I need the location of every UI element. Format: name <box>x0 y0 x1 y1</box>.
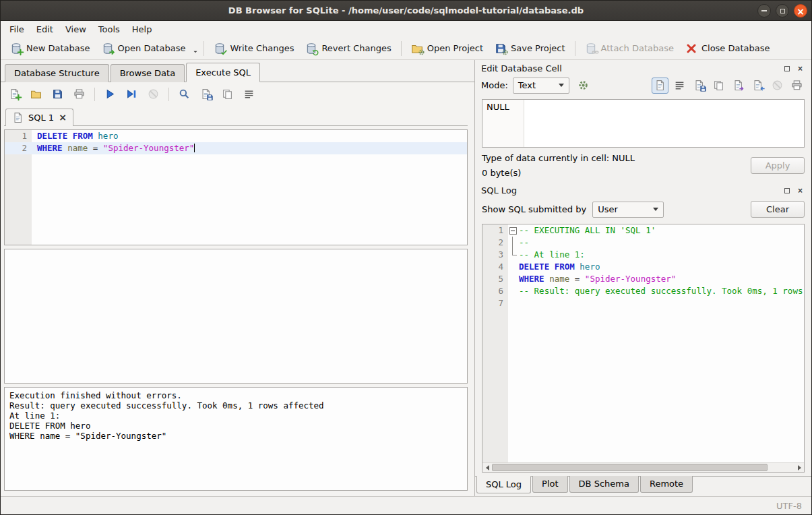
close-database-icon <box>685 42 697 55</box>
write-changes-button[interactable]: Write Changes <box>208 39 299 58</box>
code-line[interactable]: 6-- Result: query executed successfully.… <box>482 285 804 297</box>
sql-code-editor[interactable]: 1DELETE FROM hero2WHERE name = "Spider-Y… <box>4 129 468 245</box>
open-project-button[interactable]: Open Project <box>406 39 489 58</box>
save-results-button[interactable] <box>197 86 215 102</box>
open-database-button[interactable]: Open Database <box>96 39 191 58</box>
tab-execute-sql[interactable]: Execute SQL <box>186 63 260 82</box>
line-number: 2 <box>5 142 32 154</box>
cell-text-area[interactable] <box>524 100 804 147</box>
cell-word-wrap-button[interactable] <box>671 78 688 94</box>
execution-messages[interactable]: Execution finished without errors.Result… <box>4 387 468 491</box>
cell-type-info: Type of data currently in cell: NULL <box>482 153 751 163</box>
code-line[interactable]: 1-- EXECUTING ALL IN 'SQL 1' <box>482 224 804 237</box>
print-button[interactable] <box>70 86 88 102</box>
fold-marker <box>508 273 518 285</box>
word-wrap-button[interactable] <box>240 86 258 102</box>
open-sql-file-icon <box>30 88 42 100</box>
code-line[interactable]: 2WHERE name = "Spider-Youngster" <box>5 142 467 154</box>
left-arrow-icon <box>486 465 489 471</box>
code-line[interactable]: 4DELETE FROM hero <box>482 261 804 273</box>
float-panel-button[interactable] <box>782 63 792 73</box>
save-sql-file-button[interactable] <box>49 86 67 102</box>
code-token: = <box>569 274 585 284</box>
message-line: Result: query executed successfully. Too… <box>9 400 462 411</box>
find-button[interactable] <box>175 86 193 102</box>
float-panel-button[interactable] <box>782 185 792 195</box>
menu-edit[interactable]: Edit <box>30 22 59 36</box>
revert-changes-button[interactable]: Revert Changes <box>300 39 396 58</box>
sql-log-view[interactable]: 1-- EXECUTING ALL IN 'SQL 1'2--3-- At li… <box>482 224 805 473</box>
tab-sql-log[interactable]: SQL Log <box>476 476 531 493</box>
submitter-select[interactable]: User <box>592 202 664 218</box>
auto-refresh-button[interactable] <box>574 77 592 94</box>
toolbar-separator <box>401 41 402 56</box>
close-tab-icon[interactable] <box>59 113 67 123</box>
maximize-icon <box>780 9 785 13</box>
set-null-button[interactable] <box>769 78 786 94</box>
copy-results-button[interactable] <box>218 86 237 102</box>
code-line[interactable]: 5WHERE name = "Spider-Youngster" <box>482 273 804 285</box>
scrollbar-thumb[interactable] <box>492 464 768 471</box>
menu-view[interactable]: View <box>59 22 92 36</box>
encoding-indicator[interactable]: UTF-8 <box>776 501 802 511</box>
tab-browse-data[interactable]: Browse Data <box>111 64 185 82</box>
code-line[interactable]: 7 <box>482 297 804 309</box>
menu-tools[interactable]: Tools <box>92 22 126 36</box>
open-database-label: Open Database <box>118 43 186 53</box>
print-cell-button[interactable] <box>788 78 805 94</box>
execute-all-button[interactable] <box>101 86 119 102</box>
text-cursor <box>194 144 195 152</box>
text-view-button[interactable] <box>652 78 668 94</box>
apply-button[interactable]: Apply <box>751 157 805 174</box>
title-bar[interactable]: DB Browser for SQLite - /home/user/code/… <box>1 1 811 21</box>
cell-info: Type of data currently in cell: NULL 0 b… <box>482 153 751 178</box>
set-null-icon <box>772 80 783 91</box>
close-panel-button[interactable] <box>795 63 805 73</box>
tab-plot[interactable]: Plot <box>532 476 568 493</box>
minimize-button[interactable] <box>757 4 771 18</box>
close-panel-button[interactable] <box>795 185 805 195</box>
new-database-button[interactable]: New Database <box>5 39 96 58</box>
close-database-button[interactable]: Close Database <box>680 39 776 58</box>
code-line[interactable]: 2-- <box>482 237 804 249</box>
close-window-button[interactable] <box>794 4 807 18</box>
bottom-tab-bar: SQL Log Plot DB Schema Remote <box>475 476 811 496</box>
open-project-label: Open Project <box>427 43 483 53</box>
import-cell-button[interactable] <box>730 78 747 94</box>
cell-mode-row: Mode: Text <box>475 75 811 95</box>
code-token: WHERE <box>519 274 544 284</box>
copy-cell-button[interactable] <box>710 78 727 94</box>
open-database-dropdown[interactable] <box>191 42 199 55</box>
cell-editor[interactable]: NULL <box>482 99 805 148</box>
code-token: hero <box>580 262 600 272</box>
code-token <box>67 131 73 141</box>
save-project-button[interactable]: Save Project <box>489 39 571 58</box>
new-sql-tab-button[interactable] <box>5 86 24 102</box>
horizontal-scrollbar[interactable] <box>482 462 804 472</box>
execute-line-button[interactable] <box>123 86 141 102</box>
save-cell-button[interactable] <box>691 78 708 94</box>
stop-button[interactable] <box>144 86 162 102</box>
export-cell-button[interactable] <box>749 78 766 94</box>
sql-doc-tab[interactable]: SQL 1 <box>5 109 73 126</box>
code-token: hero <box>98 131 118 141</box>
scroll-left-button[interactable] <box>482 463 492 472</box>
clear-log-button[interactable]: Clear <box>751 201 805 218</box>
code-line[interactable]: 3-- At line 1: <box>482 249 804 261</box>
save-sql-file-icon <box>52 88 63 100</box>
line-number: 3 <box>482 249 508 261</box>
results-grid[interactable] <box>4 249 468 384</box>
mode-select[interactable]: Text <box>513 78 569 94</box>
tab-database-structure[interactable]: Database Structure <box>5 64 109 82</box>
maximize-button[interactable] <box>776 4 789 18</box>
scrollbar-track[interactable] <box>492 463 794 472</box>
tab-db-schema[interactable]: DB Schema <box>569 476 639 493</box>
scroll-right-button[interactable] <box>794 463 804 472</box>
menu-file[interactable]: File <box>3 22 30 36</box>
tab-remote[interactable]: Remote <box>640 476 693 493</box>
code-line[interactable]: 1DELETE FROM hero <box>5 130 467 142</box>
menu-help[interactable]: Help <box>126 22 158 36</box>
fold-marker[interactable] <box>508 224 518 237</box>
open-sql-file-button[interactable] <box>27 86 45 102</box>
attach-database-button[interactable]: Attach Database <box>580 39 679 58</box>
